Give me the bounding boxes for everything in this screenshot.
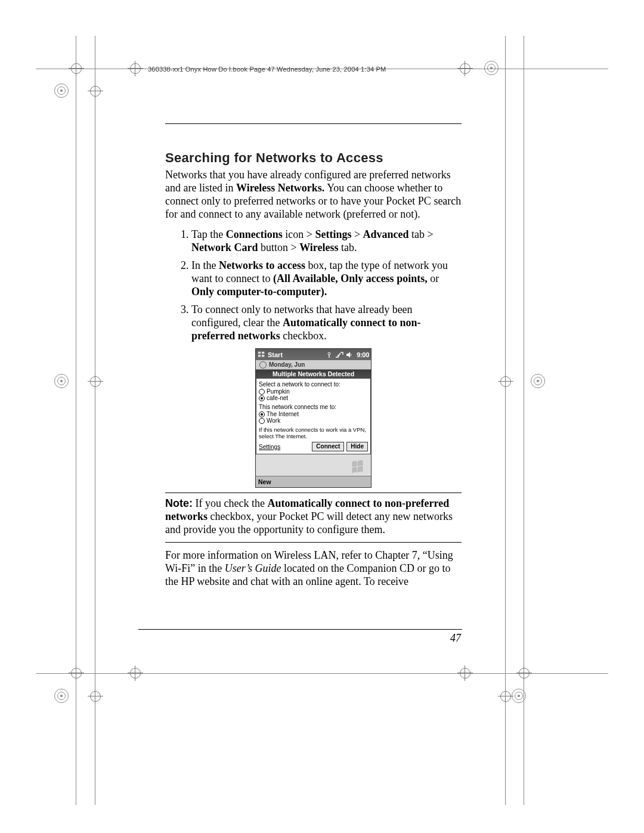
- ppc-network-option-pumpkin[interactable]: Pumpkin: [259, 388, 368, 395]
- color-target-icon: [54, 83, 69, 98]
- ppc-desktop-area: [256, 454, 371, 476]
- antenna-icon[interactable]: [326, 351, 333, 358]
- crop-rail-left-1: [76, 36, 76, 805]
- svg-rect-2: [258, 355, 261, 357]
- ppc-connects-internet[interactable]: The Internet: [259, 411, 368, 417]
- ppc-connects-label: This network connects me to:: [259, 404, 368, 410]
- ppc-settings-link[interactable]: Settings: [259, 444, 309, 450]
- ppc-new-button[interactable]: New: [258, 478, 271, 485]
- color-target-icon: [54, 689, 69, 703]
- svg-rect-1: [262, 351, 264, 354]
- windows-flag-icon: [258, 351, 266, 359]
- ppc-bottom-bar: New: [256, 476, 371, 487]
- crop-rail-right-2: [524, 36, 524, 805]
- color-target-icon: [484, 61, 499, 75]
- registration-mark-icon: [88, 374, 103, 389]
- connection-icon[interactable]: [335, 351, 343, 358]
- color-target-icon: [531, 374, 545, 388]
- svg-rect-0: [258, 351, 261, 354]
- pocketpc-screenshot: Start 9:00 Monday, Jun Multiple Networks…: [255, 348, 371, 488]
- color-target-icon: [54, 374, 69, 388]
- ppc-clock[interactable]: 9:00: [357, 351, 369, 358]
- svg-point-4: [328, 352, 330, 355]
- section-heading: Searching for Networks to Access: [165, 150, 462, 166]
- step-3: To connect only to networks that have al…: [191, 303, 462, 342]
- ppc-date-strip: Monday, Jun: [256, 360, 371, 370]
- note-rule-top: [165, 493, 462, 493]
- ppc-start-label[interactable]: Start: [268, 351, 283, 358]
- ppc-network-option-cafenet[interactable]: cafe-net: [259, 395, 368, 401]
- page-footer: 47: [138, 629, 462, 645]
- registration-mark-icon: [88, 689, 103, 704]
- ppc-titlebar: Start 9:00: [256, 349, 371, 360]
- registration-mark-icon: [498, 374, 513, 389]
- crop-rail-left-2: [95, 36, 95, 805]
- windows-logo-icon: [352, 460, 367, 473]
- ppc-connect-button[interactable]: Connect: [312, 442, 344, 451]
- ppc-dialog-title: Multiple Networks Detected: [256, 370, 371, 378]
- svg-marker-8: [346, 352, 350, 358]
- note-rule-bottom: [165, 542, 462, 543]
- registration-mark-icon: [498, 689, 513, 704]
- ppc-vpn-note: If this network connects to work via a V…: [259, 426, 368, 439]
- document-meta-line: 360338-xx1 Onyx How Do I.book Page 47 We…: [148, 66, 386, 73]
- ppc-connects-work[interactable]: Work: [259, 417, 368, 424]
- intro-paragraph: Networks that you have already configure…: [165, 168, 462, 221]
- svg-rect-3: [262, 355, 264, 357]
- status-dot-icon: [259, 361, 267, 368]
- step-1: Tap the Connections icon > Settings > Ad…: [191, 228, 462, 254]
- ppc-select-network-label: Select a network to connect to:: [259, 381, 368, 388]
- top-rule: [165, 123, 462, 124]
- note-paragraph: Note: If you check the Automatically con…: [165, 497, 462, 536]
- crop-rail-bottom: [36, 673, 608, 674]
- registration-mark-icon: [88, 83, 103, 99]
- page-number: 47: [450, 632, 461, 645]
- ppc-hide-button[interactable]: Hide: [346, 442, 368, 451]
- more-info-paragraph: For more information on Wireless LAN, re…: [165, 549, 462, 588]
- crop-rail-right-1: [505, 36, 506, 805]
- speaker-icon[interactable]: [346, 351, 353, 358]
- ppc-dialog-panel: Select a network to connect to: Pumpkin …: [256, 378, 371, 454]
- step-2: In the Networks to access box, tap the t…: [191, 259, 462, 298]
- steps-list: Tap the Connections icon > Settings > Ad…: [165, 228, 462, 342]
